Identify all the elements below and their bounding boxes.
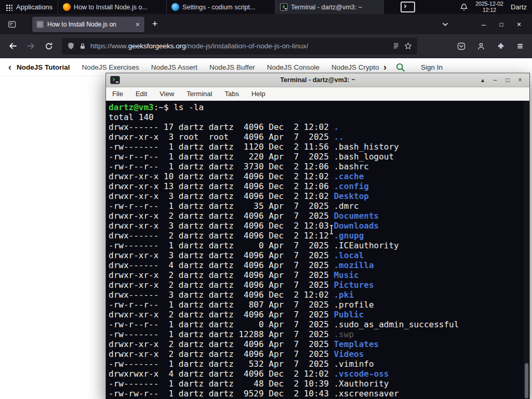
file-name: .Xauthority [334, 379, 389, 389]
file-name: Desktop [334, 191, 368, 201]
prompt-user-host: dartz@vm3 [109, 102, 154, 112]
tabbar-right-controls: – □ × [437, 14, 528, 34]
site-nav-item[interactable]: NodeJS Buffer [209, 63, 255, 71]
file-name: .pki [334, 290, 354, 300]
file-name: Videos [334, 349, 364, 359]
terminal-app-icon [110, 76, 120, 84]
back-button[interactable] [4, 38, 21, 55]
total-line: total 140 [109, 112, 529, 122]
ls-row: -rw-rw-r-- 1 dartz dartz 9529 Dec 2 10:4… [109, 389, 529, 398]
ls-row: -rw------- 1 dartz dartz 0 Apr 7 2025 .I… [109, 241, 529, 250]
site-nav-back-chevron[interactable]: ‹ [8, 62, 11, 72]
terminal-shade-button[interactable]: ▴ [477, 74, 488, 86]
reload-button[interactable] [41, 38, 57, 55]
browser-tab[interactable]: How to Install Node.js on × [32, 17, 144, 32]
file-name: .config [334, 181, 368, 191]
site-search-icon[interactable] [394, 61, 406, 73]
url-scheme: https://www. [90, 42, 128, 50]
reader-view-icon[interactable] [392, 42, 400, 50]
bookmark-star-icon[interactable] [404, 42, 412, 50]
terminal-menu-item[interactable]: Terminal [187, 90, 212, 98]
terminal-minimize-button[interactable]: – [490, 74, 500, 86]
sign-in-link[interactable]: Sign In [421, 63, 443, 71]
ls-row: drwx------ 17 dartz dartz 4096 Dec 2 12:… [109, 122, 529, 132]
panel-window-buttons: How to Install Node.js o...Settings - co… [58, 0, 384, 14]
file-name: .sudo_as_admin_successful [334, 320, 459, 329]
file-name: .bash_history [334, 142, 398, 152]
terminal-menu-item[interactable]: Edit [136, 90, 147, 98]
panel-window-button[interactable]: Terminal - dartz@vm3: ~ [275, 0, 384, 14]
file-name: .vscode-oss [334, 369, 389, 379]
codium-icon [171, 3, 179, 11]
file-name: .swp [334, 329, 354, 339]
file-name: .dmrc [334, 201, 358, 211]
file-name: .. [334, 132, 343, 142]
terminal-icon [280, 3, 288, 11]
url-bar[interactable]: https://www.geeksforgeeks.org/node-js/in… [62, 38, 417, 55]
file-name: Pictures [334, 280, 374, 290]
site-nav-item[interactable]: NodeJS Crypto [331, 63, 379, 71]
file-name: .cache [334, 171, 364, 181]
toolbar-right-icons: ≡ [453, 38, 528, 55]
pocket-icon[interactable] [453, 38, 470, 55]
tray-terminal-icon[interactable] [401, 2, 415, 12]
file-name: Documents [334, 211, 379, 221]
site-nav-item[interactable]: NodeJS Console [267, 63, 320, 71]
terminal-menu-item[interactable]: File [112, 90, 123, 98]
window-close-button[interactable]: × [510, 14, 528, 34]
window-maximize-button[interactable]: □ [493, 14, 510, 34]
terminal-scrollbar-thumb[interactable] [525, 363, 528, 398]
terminal-menu-item[interactable]: View [159, 90, 174, 98]
ls-row: drwxr-xr-x 2 dartz dartz 4096 Apr 7 2025… [109, 339, 529, 349]
panel-window-button[interactable]: How to Install Node.js o... [58, 0, 167, 14]
terminal-maximize-button[interactable]: □ [502, 74, 513, 86]
forward-button[interactable] [22, 38, 39, 55]
notification-bell-icon[interactable] [460, 3, 468, 11]
url-text: https://www.geeksforgeeks.org/node-js/in… [90, 42, 388, 50]
file-name: .xscreensaver [334, 389, 398, 398]
clock-time: 12:12 [475, 7, 503, 14]
screen: Applications How to Install Node.js o...… [0, 0, 532, 399]
tracking-shield-icon[interactable] [67, 42, 75, 50]
terminal-menu-item[interactable]: Tabs [224, 90, 238, 98]
top-panel: Applications How to Install Node.js o...… [0, 0, 532, 14]
panel-clock[interactable]: 2025-12-02 12:12 [475, 1, 503, 13]
ls-row: drwxr-xr-x 2 dartz dartz 4096 Apr 7 2025… [109, 349, 529, 359]
account-icon[interactable] [473, 38, 489, 55]
site-nav-item[interactable]: NodeJS Exercises [82, 63, 139, 71]
site-nav-forward-chevron[interactable]: › [383, 62, 387, 72]
menu-hamburger-icon[interactable]: ≡ [512, 38, 528, 54]
file-name: .ICEauthority [334, 241, 398, 250]
ls-row: drwxrwxr-x 4 dartz dartz 4096 Dec 2 12:0… [109, 369, 529, 379]
ls-row: -rw------- 1 dartz dartz 532 Apr 7 2025 … [109, 359, 529, 369]
terminal-prompt-line: dartz@vm3:~$ ls -la [109, 102, 529, 112]
list-all-tabs-chevron-icon[interactable] [437, 17, 453, 32]
terminal-menu-item[interactable]: Help [251, 90, 265, 98]
new-tab-button[interactable]: + [148, 17, 162, 32]
lock-icon[interactable] [79, 43, 86, 50]
terminal-body[interactable]: dartz@vm3:~$ ls -latotal 140drwx------ 1… [106, 101, 529, 399]
browser-tab-bar: How to Install Node.js on × + – □ × [0, 14, 532, 34]
tab-close-icon[interactable]: × [135, 21, 140, 28]
prompt-suffix: :~$ [154, 102, 174, 112]
file-name: .viminfo [334, 359, 374, 369]
site-nav-item[interactable]: NodeJS Tutorial [17, 63, 70, 71]
extensions-icon[interactable] [493, 38, 509, 55]
panel-window-button[interactable]: Settings - codium script... [167, 0, 275, 14]
file-name: .bashrc [334, 162, 368, 171]
site-nav-items: NodeJS TutorialNodeJS ExercisesNodeJS As… [17, 63, 380, 71]
site-nav-item[interactable]: NodeJS Assert [151, 63, 197, 71]
terminal-scrollbar[interactable] [524, 101, 529, 399]
terminal-close-button[interactable]: × [515, 74, 525, 86]
firefox-view-icon[interactable] [5, 18, 19, 31]
ls-row: -rw-r--r-- 1 dartz dartz 807 Apr 7 2025 … [109, 300, 529, 310]
tab-title: How to Install Node.js on [47, 21, 131, 28]
ls-row: drwxr-xr-x 13 dartz dartz 4096 Dec 2 12:… [109, 181, 529, 191]
ls-row: drwxr-xr-x 2 dartz dartz 4096 Apr 7 2025… [109, 211, 529, 221]
terminal-titlebar[interactable]: Terminal - dartz@vm3: ~ ▴ – □ × [106, 73, 529, 87]
ls-row: drwxr-xr-x 2 dartz dartz 4096 Apr 7 2025… [109, 270, 529, 280]
file-name: .gnupg [334, 231, 364, 241]
applications-menu-button[interactable]: Applications [0, 0, 58, 14]
terminal-titlebar-buttons: ▴ – □ × [477, 74, 525, 86]
window-minimize-button[interactable]: – [475, 14, 493, 34]
